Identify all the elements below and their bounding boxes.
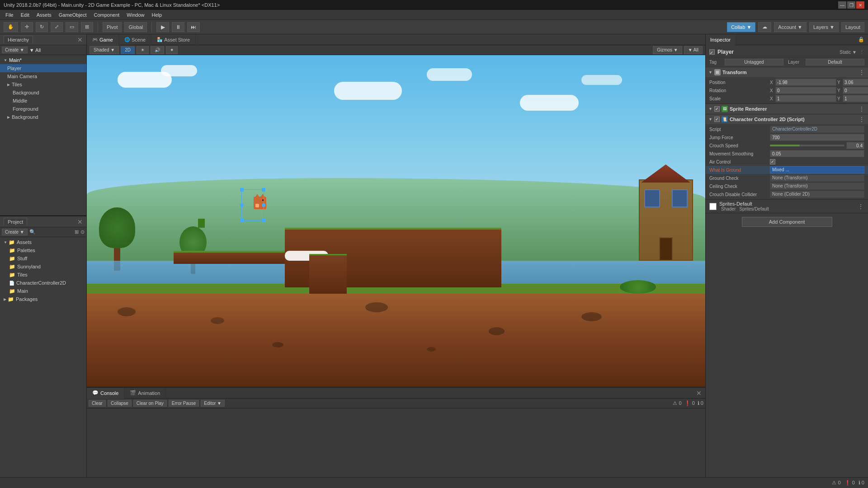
menu-help[interactable]: Help — [148, 11, 165, 19]
project-item-charactercontroller2d[interactable]: 📄CharacterController2D — [0, 279, 86, 287]
layer-dropdown[interactable]: Default — [806, 59, 864, 66]
minimize-button[interactable]: — — [838, 1, 846, 9]
tab-scene[interactable]: 🌐Scene — [119, 34, 151, 45]
hand-tool-button[interactable]: ✋ — [4, 22, 18, 32]
jump-force-input[interactable] — [770, 134, 864, 141]
menu-window[interactable]: Window — [123, 11, 148, 19]
player-active-checkbox[interactable] — [709, 49, 715, 55]
project-options-icon[interactable]: ⊙ — [80, 229, 85, 235]
clear-button[interactable]: Clear — [89, 400, 106, 407]
project-item-main[interactable]: 📁Main — [0, 287, 86, 295]
hierarchy-item-foreground[interactable]: Foreground — [0, 105, 86, 113]
position-x-input[interactable] — [775, 79, 836, 86]
play-button[interactable]: ▶ — [156, 22, 169, 32]
crouch-speed-slider[interactable] — [770, 142, 864, 149]
2d-button[interactable]: 2D — [121, 46, 135, 54]
pause-button[interactable]: ⏸ — [172, 22, 184, 32]
editor-button[interactable]: Editor ▼ — [201, 400, 225, 407]
char-controller-checkbox[interactable] — [714, 117, 720, 122]
step-button[interactable]: ⏭ — [187, 22, 200, 32]
project-create-button[interactable]: Create ▼ — [2, 229, 28, 235]
air-control-checkbox[interactable] — [770, 159, 775, 164]
position-y-input[interactable] — [843, 79, 868, 86]
shaded-button[interactable]: Shaded ▼ — [90, 46, 119, 54]
audio-button[interactable]: 🔊 — [151, 46, 164, 54]
collapse-button[interactable]: Collapse — [108, 400, 132, 407]
add-component-button[interactable]: Add Component — [742, 217, 832, 227]
global-button[interactable]: Global — [124, 22, 147, 32]
hierarchy-tab[interactable]: Hierarchy — [4, 36, 33, 43]
menu-edit[interactable]: Edit — [17, 11, 33, 19]
shader-value[interactable]: Sprites/Default — [739, 206, 769, 211]
tab-game[interactable]: 🎮Game — [87, 34, 119, 45]
tab-asset-store[interactable]: 🏪Asset Store — [151, 34, 196, 45]
hierarchy-content[interactable]: ▼Main* Player Main Camera ▶Tiles Backgro… — [0, 55, 86, 215]
animation-tab[interactable]: 🎬Animation — [124, 388, 166, 399]
menu-file[interactable]: File — [2, 11, 17, 19]
what-is-ground-dropdown[interactable]: Mixed ... — [770, 166, 864, 174]
error-pause-button[interactable]: Error Pause — [169, 400, 199, 407]
crouch-speed-input[interactable] — [846, 142, 864, 149]
tag-dropdown[interactable]: Untagged — [725, 59, 783, 66]
restore-button[interactable]: ❐ — [847, 1, 855, 9]
project-content[interactable]: ▼ 📁Assets 📁Palettes 📁Stuff 📁Sunnyland 📁T… — [0, 237, 86, 477]
hierarchy-item-background-1[interactable]: Background — [0, 89, 86, 97]
project-close-button[interactable]: ✕ — [77, 218, 83, 225]
hierarchy-item-tiles[interactable]: ▶Tiles — [0, 80, 86, 89]
hierarchy-close-button[interactable]: ✕ — [77, 36, 83, 43]
hierarchy-create-button[interactable]: Create ▼ — [2, 47, 28, 53]
scale-tool-button[interactable]: ⤢ — [51, 22, 63, 32]
effects-button[interactable]: ✦ — [166, 46, 178, 54]
hierarchy-item-player[interactable]: Player — [0, 64, 86, 72]
rect-tool-button[interactable]: ▭ — [66, 22, 78, 32]
char-controller-options-button[interactable]: ⋮ — [858, 116, 865, 122]
hierarchy-item-main-camera[interactable]: Main Camera — [0, 72, 86, 80]
sprite-renderer-checkbox[interactable] — [714, 106, 720, 112]
rotation-x-input[interactable] — [775, 87, 836, 94]
move-tool-button[interactable]: ✛ — [21, 22, 33, 32]
ground-check-value[interactable]: None (Transform) — [770, 174, 864, 182]
menu-gameobject[interactable]: GameObject — [55, 11, 90, 19]
project-item-tiles[interactable]: 📁Tiles — [0, 271, 86, 279]
pivot-button[interactable]: Pivot — [103, 22, 122, 32]
multi-tool-button[interactable]: ⊞ — [81, 22, 93, 32]
console-tab[interactable]: 💬Console — [87, 388, 124, 399]
search-scene-button[interactable]: ▼ All — [684, 46, 703, 54]
hierarchy-item-background-2[interactable]: ▶Background — [0, 113, 86, 121]
bottom-panel-close[interactable]: ✕ — [696, 389, 705, 397]
static-label[interactable]: Static ▼ — [840, 50, 857, 55]
clear-on-play-button[interactable]: Clear on Play — [133, 400, 167, 407]
ceiling-check-value[interactable]: None (Transform) — [770, 183, 864, 190]
transform-header[interactable]: ▼ ⊞ Transform ⋮ — [706, 67, 868, 77]
material-options-button[interactable]: ⋮ — [857, 203, 864, 210]
layout-button[interactable]: Layout — [841, 22, 864, 32]
project-item-packages[interactable]: ▶ 📁Packages — [0, 295, 86, 303]
rotation-y-input[interactable] — [843, 87, 868, 94]
sprite-renderer-header[interactable]: ▼ 🖼 Sprite Renderer ⋮ — [706, 104, 868, 114]
more-options-icon[interactable]: ⋮ — [859, 49, 864, 55]
layers-button[interactable]: Layers ▼ — [809, 22, 839, 32]
rotate-tool-button[interactable]: ↻ — [36, 22, 48, 32]
crouch-disable-value[interactable]: None (Collider 2D) — [770, 191, 864, 198]
collab-button[interactable]: Collab ▼ — [727, 22, 755, 32]
project-item-assets[interactable]: ▼ 📁Assets — [0, 238, 86, 246]
game-viewport[interactable] — [87, 55, 705, 387]
project-item-sunnyland[interactable]: 📁Sunnyland — [0, 263, 86, 271]
scale-y-input[interactable] — [843, 95, 868, 102]
project-layout-icon[interactable]: ⊞ — [75, 229, 79, 235]
sprite-renderer-options-button[interactable]: ⋮ — [858, 106, 865, 112]
scale-x-input[interactable] — [775, 95, 836, 102]
hierarchy-item-middle[interactable]: Middle — [0, 97, 86, 105]
project-tab[interactable]: Project — [4, 218, 27, 225]
cloud-button[interactable]: ☁ — [758, 22, 771, 32]
script-value[interactable]: CharacterController2D — [770, 126, 864, 133]
project-item-stuff[interactable]: 📁Stuff — [0, 254, 86, 263]
menu-assets[interactable]: Assets — [33, 11, 55, 19]
inspector-lock-icon[interactable]: 🔒 — [854, 37, 868, 42]
account-button[interactable]: Account ▼ — [774, 22, 807, 32]
gizmos-button[interactable]: Gizmos ▼ — [653, 46, 682, 54]
hierarchy-item-main[interactable]: ▼Main* — [0, 56, 86, 64]
lighting-button[interactable]: ☀ — [137, 46, 149, 54]
transform-options-button[interactable]: ⋮ — [858, 69, 865, 75]
menu-component[interactable]: Component — [90, 11, 123, 19]
